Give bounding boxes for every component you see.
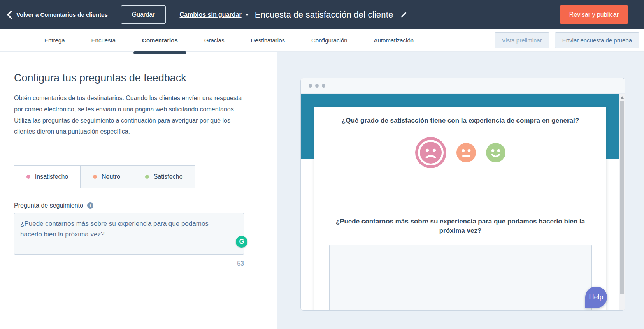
followup-question-textarea[interactable]: ¿Puede contarnos más sobre su experienci… [14,213,244,255]
tab-gracias[interactable]: Gracias [196,29,233,52]
send-test-survey-button[interactable]: Enviar encuesta de prueba [555,32,639,48]
main-content: Configura tus preguntas de feedback Obté… [0,52,644,329]
question-divider [329,199,592,199]
caret-down-icon [245,14,249,16]
tab-automatizacion[interactable]: Automatización [365,29,423,52]
page-description: Obtén comentarios de tus destinatarios. … [14,93,250,137]
survey-card: ¿Qué grado de satisfacción tiene con la … [314,107,606,310]
satisfied-face-icon[interactable] [486,143,505,162]
sentiment-tab-satisfecho[interactable]: Satisfecho [133,165,195,188]
browser-dot-icon [315,84,319,88]
page-title: Configura tus preguntas de feedback [14,72,263,84]
satisfied-dot-icon [145,175,149,179]
tab-destinatarios[interactable]: Destinatarios [242,29,293,52]
info-icon[interactable]: i [87,202,93,209]
preview-answer-textarea[interactable] [329,245,592,310]
unsaved-changes-label: Cambios sin guardar [180,11,242,18]
browser-dot-icon [309,84,312,88]
neutral-face-icon[interactable] [456,143,476,162]
sentiment-tab-label: Satisfecho [154,173,183,180]
sentiment-tab-label: Insatisfecho [35,173,68,180]
satisfaction-question: ¿Qué grado de satisfacción tiene con la … [338,116,583,125]
nav-actions: Vista preliminar Enviar encuesta de prue… [495,32,644,48]
preview-button[interactable]: Vista preliminar [495,32,549,48]
back-link-label: Volver a Comentarios de clientes [16,11,108,18]
feedback-editor-panel: Configura tus preguntas de feedback Obté… [0,52,277,329]
help-button[interactable]: Help [585,287,607,308]
unsaved-changes-dropdown[interactable]: Cambios sin guardar [180,11,249,18]
preview-scrollbar[interactable] [619,94,625,310]
tab-comentarios[interactable]: Comentarios [133,29,186,52]
followup-textarea-wrap: ¿Puede contarnos más sobre su experienci… [14,213,244,255]
survey-preview-panel: ¿Qué grado de satisfacción tiene con la … [277,52,644,329]
scrollbar-thumb[interactable] [620,101,624,294]
survey-nav: Entrega Encuesta Comentarios Gracias Des… [0,29,644,52]
browser-preview-frame: ¿Qué grado de satisfacción tiene con la … [300,78,625,311]
tab-entrega[interactable]: Entrega [36,29,74,52]
survey-title-group: Encuesta de satisfacción del cliente [255,0,408,29]
edit-pencil-icon[interactable] [400,11,407,18]
neutral-dot-icon [93,175,97,179]
browser-chrome-bar [301,78,625,94]
back-to-feedback-link[interactable]: Volver a Comentarios de clientes [7,11,108,19]
review-publish-button[interactable]: Revisar y publicar [560,5,628,24]
top-header: Volver a Comentarios de clientes Guardar… [0,0,644,29]
followup-question-label: Pregunta de seguimiento [14,202,83,209]
save-button[interactable]: Guardar [121,5,166,24]
preview-panel-divider [277,311,644,311]
preview-viewport: ¿Qué grado de satisfacción tiene con la … [301,94,625,310]
browser-dot-icon [322,84,325,88]
chevron-left-icon [7,11,12,19]
followup-label-row: Pregunta de seguimiento i [14,202,263,209]
unsatisfied-dot-icon [26,175,30,179]
rating-faces-row [314,137,606,168]
unsatisfied-face-icon[interactable] [415,137,446,168]
grammarly-icon[interactable]: G [236,236,247,248]
sentiment-tab-neutro[interactable]: Neutro [81,165,133,188]
tab-encuesta[interactable]: Encuesta [83,29,125,52]
scroll-up-arrow-icon[interactable] [621,96,624,99]
sentiment-tabs: Insatisfecho Neutro Satisfecho [14,165,244,188]
survey-title: Encuesta de satisfacción del cliente [255,10,393,20]
sentiment-tab-label: Neutro [102,173,120,180]
tab-configuracion[interactable]: Configuración [303,29,356,52]
character-count: 53 [14,260,244,267]
sentiment-tab-insatisfecho[interactable]: Insatisfecho [14,165,81,188]
followup-question-preview: ¿Puede contarnos más sobre su experienci… [331,217,590,236]
